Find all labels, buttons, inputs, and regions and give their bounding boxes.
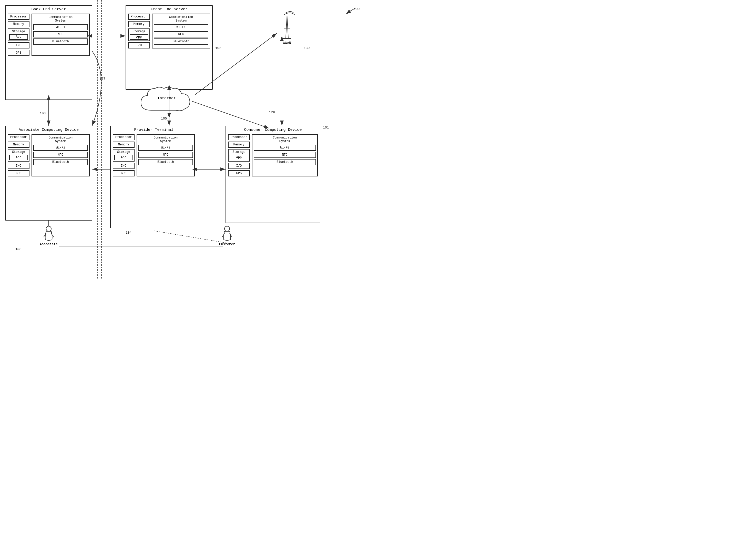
internet-label: Internet (157, 96, 176, 100)
ref-100-arrow (341, 5, 361, 18)
ref-105: 105 (161, 117, 167, 120)
associate-left-col: Processor Memory Storage App I/O GPS (8, 134, 29, 176)
consumer-nfc: NFC (254, 152, 316, 158)
ref-104: 104 (126, 231, 131, 235)
provider-storage-group: Storage App (113, 149, 134, 162)
front-end-left-col: Processor Memory Storage App I/O (128, 13, 150, 49)
associate-label: Associate (40, 242, 58, 246)
associate-storage-label: Storage (9, 150, 28, 154)
provider-gps: GPS (113, 170, 134, 176)
front-end-wifi: Wi-Fi (154, 24, 208, 30)
consumer-gps: GPS (228, 170, 250, 176)
back-end-io: I/O (8, 42, 29, 49)
back-end-comm-system: CommunicationSystem Wi-Fi NFC Bluetooth (32, 13, 90, 56)
provider-comm-title: CommunicationSystem (138, 136, 193, 143)
back-end-memory: Memory (8, 21, 29, 27)
consumer-io: I/O (228, 163, 250, 169)
front-end-comm-system: CommunicationSystem Wi-Fi NFC Bluetooth (152, 13, 210, 49)
consumer-storage-label: Storage (230, 150, 248, 154)
diagram-container: Back End Server Processor Memory Storage… (0, 0, 378, 278)
dashed-line-1 (97, 0, 98, 278)
back-end-server-box: Back End Server Processor Memory Storage… (5, 5, 92, 100)
associate-figure: Associate (40, 226, 58, 246)
front-end-bluetooth: Bluetooth (154, 38, 208, 45)
consumer-left-col: Processor Memory Storage App I/O GPS (228, 134, 250, 176)
provider-comm-system: CommunicationSystem Wi-Fi NFC Bluetooth (136, 134, 195, 176)
back-end-left-col: Processor Memory Storage App I/O GPS (8, 13, 29, 56)
provider-wifi: Wi-Fi (138, 145, 193, 151)
front-end-storage-group: Storage App (128, 28, 150, 41)
customer-figure: Customer (219, 226, 235, 246)
associate-nfc: NFC (33, 152, 88, 158)
customer-label: Customer (219, 242, 235, 246)
associate-processor: Processor (8, 134, 29, 140)
front-end-server-title: Front End Server (126, 6, 212, 11)
svg-marker-0 (286, 16, 288, 38)
ref-101: 101 (323, 126, 329, 129)
front-end-comm-title: CommunicationSystem (154, 16, 208, 23)
front-end-processor: Processor (128, 13, 150, 20)
associate-person-svg (42, 226, 55, 242)
back-end-comm-title: CommunicationSystem (33, 16, 88, 23)
provider-bluetooth: Bluetooth (138, 159, 193, 165)
front-end-storage-label: Storage (130, 30, 148, 33)
associate-bluetooth: Bluetooth (33, 159, 88, 165)
associate-io: I/O (8, 163, 29, 169)
provider-storage-label: Storage (114, 150, 133, 154)
associate-app: App (9, 155, 28, 160)
provider-app: App (114, 155, 133, 160)
svg-point-19 (46, 226, 51, 231)
provider-terminal-title: Provider Terminal (111, 126, 197, 132)
back-end-wifi: Wi-Fi (33, 24, 88, 30)
associate-memory: Memory (8, 142, 29, 148)
svg-line-11 (192, 101, 269, 128)
back-end-storage-group: Storage App (8, 28, 29, 41)
front-end-server-box: Front End Server Processor Memory Storag… (126, 5, 213, 90)
associate-gps: GPS (8, 170, 29, 176)
consumer-wifi: Wi-Fi (254, 145, 316, 151)
dashed-line-2 (101, 0, 102, 278)
ref-103: 103 (40, 112, 45, 115)
back-end-app: App (9, 34, 28, 40)
provider-memory: Memory (113, 142, 134, 148)
wwan-label: WWAN (272, 41, 303, 45)
ref-102: 102 (215, 46, 221, 50)
svg-point-22 (224, 226, 230, 231)
consumer-comm-system: CommunicationSystem Wi-Fi NFC Bluetooth (252, 134, 318, 176)
ref-106: 106 (15, 247, 21, 251)
consumer-device-box: Consumer Computing Device Processor Memo… (225, 126, 320, 223)
ref-107: 107 (99, 77, 105, 81)
back-end-gps: GPS (8, 50, 29, 56)
wwan-tower: WWAN (272, 8, 303, 49)
provider-processor: Processor (113, 134, 134, 140)
cloud-svg (136, 85, 197, 118)
associate-wifi: Wi-Fi (33, 145, 88, 151)
consumer-app: App (230, 155, 248, 160)
provider-io: I/O (113, 163, 134, 169)
ref-120: 120 (269, 110, 275, 114)
associate-device-title: Associate Computing Device (6, 126, 92, 132)
associate-comm-system: CommunicationSystem Wi-Fi NFC Bluetooth (32, 134, 90, 176)
front-end-app: App (130, 34, 148, 40)
back-end-storage-label: Storage (9, 30, 28, 33)
provider-nfc: NFC (138, 152, 193, 158)
consumer-device-title: Consumer Computing Device (226, 126, 320, 132)
provider-left-col: Processor Memory Storage App I/O GPS (113, 134, 134, 176)
provider-terminal-box: Provider Terminal Processor Memory Stora… (110, 126, 197, 228)
associate-comm-title: CommunicationSystem (33, 136, 88, 143)
ref-130: 130 (304, 46, 310, 50)
front-end-io: I/O (128, 42, 150, 49)
consumer-bluetooth: Bluetooth (254, 159, 316, 165)
consumer-processor: Processor (228, 134, 250, 140)
front-end-memory: Memory (128, 21, 150, 27)
front-end-nfc: NFC (154, 31, 208, 37)
back-end-bluetooth: Bluetooth (33, 38, 88, 45)
associate-storage-group: Storage App (8, 149, 29, 162)
back-end-server-title: Back End Server (6, 6, 92, 11)
internet-cloud: Internet (136, 85, 197, 118)
back-end-nfc: NFC (33, 31, 88, 37)
associate-device-box: Associate Computing Device Processor Mem… (5, 126, 92, 221)
consumer-comm-title: CommunicationSystem (254, 136, 316, 143)
back-end-processor: Processor (8, 13, 29, 20)
consumer-storage-group: Storage App (228, 149, 250, 162)
